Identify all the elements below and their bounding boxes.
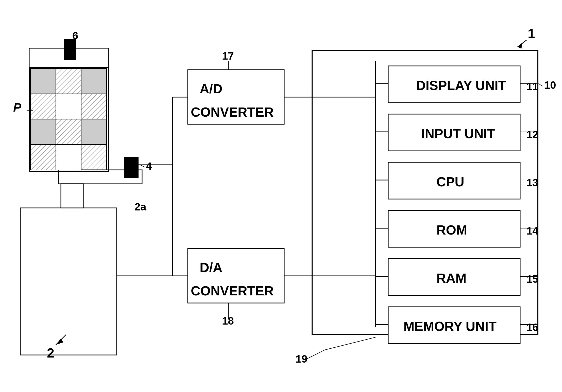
machine-label: 2: [47, 346, 54, 360]
memory-unit-label: MEMORY UNIT: [403, 319, 497, 334]
label-1: 1: [528, 26, 535, 41]
sensor: [124, 157, 138, 177]
sensor-top: [64, 39, 76, 60]
chuck-tl: [30, 68, 56, 94]
chuck-br: [81, 119, 107, 145]
label-6: 6: [72, 30, 78, 42]
chuck-ml: [30, 94, 56, 119]
da-label-2: CONVERTER: [191, 283, 274, 298]
chuck-tc: [56, 68, 81, 94]
label-18: 18: [222, 315, 234, 327]
label-10: 10: [544, 79, 556, 91]
display-unit-label: DISPLAY UNIT: [416, 78, 506, 93]
svg-line-10: [538, 84, 543, 86]
svg-line-8: [518, 40, 526, 47]
chuck-4c: [56, 145, 81, 170]
label-11: 11: [526, 80, 538, 92]
machine-body: [20, 208, 117, 355]
label-12: 12: [526, 129, 538, 140]
label-16: 16: [526, 321, 538, 333]
sensor-label: 4: [146, 160, 152, 172]
label-19: 19: [296, 353, 308, 365]
chuck-4l: [30, 145, 56, 170]
cpu-label: CPU: [436, 174, 464, 189]
post: [61, 184, 84, 208]
arm-label: 2a: [134, 201, 146, 213]
chuck-bl: [30, 119, 56, 145]
ad-label-2: CONVERTER: [191, 105, 274, 119]
svg-line-21: [325, 337, 376, 350]
chuck-mr: [81, 94, 107, 119]
svg-line-20: [304, 350, 325, 360]
da-label-1: D/A: [200, 260, 223, 275]
rom-label: ROM: [436, 223, 467, 237]
input-unit-label: INPUT UNIT: [421, 126, 495, 141]
diagram-container: 2 2a 4: [0, 0, 562, 392]
label-17: 17: [222, 50, 234, 62]
chuck-mc: [56, 94, 81, 119]
label-14: 14: [526, 225, 538, 237]
chuck-bc: [56, 119, 81, 145]
ad-label-1: A/D: [200, 81, 223, 96]
label-13: 13: [526, 177, 538, 189]
chuck-tr: [81, 68, 107, 94]
label-15: 15: [526, 273, 538, 285]
chuck-4r: [81, 145, 107, 170]
label-p: P: [13, 101, 22, 114]
ram-label: RAM: [436, 271, 466, 286]
